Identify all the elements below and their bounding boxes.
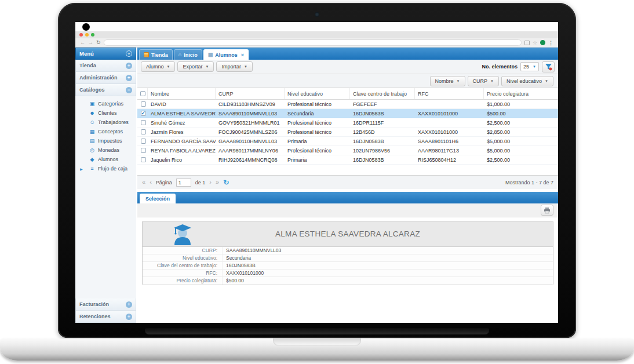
tab-inicio[interactable]: ⌂ Inicio: [174, 49, 202, 60]
table-row[interactable]: REYNA FABIOLA ALVAREZ ...AAAR980117MMNLN…: [137, 146, 558, 155]
column-header-curp[interactable]: CURP: [216, 88, 285, 99]
sidebar-spacer: [75, 176, 136, 299]
checkbox-icon: [141, 129, 146, 134]
cell-nombre: REYNA FABIOLA ALVAREZ ...: [148, 148, 216, 154]
collapse-sidebar-icon[interactable]: ‹‹: [126, 50, 132, 57]
refresh-icon[interactable]: ↻: [96, 40, 101, 45]
sidebar-item-monedas[interactable]: ◎ Monedas: [75, 145, 136, 155]
column-header-rfc[interactable]: RFC: [415, 88, 484, 99]
expand-icon[interactable]: −: [126, 87, 132, 93]
sidebar-item-impuestos[interactable]: ▤ Impuestos: [75, 136, 136, 145]
detail-fields: CURP: SAAA890110MMNVLL03 Nivel educativo…: [143, 247, 553, 285]
cell-rfc: AAAR980117G13: [415, 148, 484, 154]
last-page-icon[interactable]: »: [216, 179, 219, 185]
sidebar-item-clientes[interactable]: ☻ Clientes: [75, 108, 136, 118]
column-header-nivel-educativo[interactable]: Nivel educativo: [285, 88, 350, 99]
expand-arrow-icon[interactable]: ▶: [80, 167, 83, 171]
detail-field: Precio colegiatura: $500.00: [143, 277, 553, 285]
main-area: Tienda ⌂ Inicio ▤ Alumnos × Alumno ▼ Exp…: [137, 48, 558, 323]
column-header-nombre[interactable]: Nombre: [148, 88, 216, 99]
site-logo-dot: [82, 23, 90, 31]
sidebar-section-retenciones[interactable]: Retenciones +: [75, 311, 136, 323]
sidebar-item-flujo-de-caja[interactable]: ▶ ≡ Flujo de caja: [75, 164, 136, 173]
checkbox-icon: [140, 91, 145, 96]
sidebar-section-tienda[interactable]: Tienda +: [75, 60, 136, 72]
expand-icon[interactable]: +: [126, 63, 132, 69]
sidebar-item-conceptos[interactable]: ▦ Conceptos: [75, 127, 136, 136]
menu-dots-icon[interactable]: ⋮: [548, 40, 553, 46]
table-row[interactable]: Jazmín FloresFOCJ900425MMNLSZ06Profesion…: [137, 128, 558, 137]
tab-seleccion[interactable]: Selección: [140, 194, 176, 203]
expand-icon[interactable]: +: [126, 301, 132, 308]
cell-precio: $5,000.00: [484, 148, 558, 154]
selection-toolbar: [137, 203, 558, 217]
table-row[interactable]: FERNANDO GARCÍA SAAV...GAAA890110HMNVLL0…: [137, 137, 558, 146]
sidebar-section-catalogos[interactable]: Catálogos −: [75, 84, 136, 96]
cell-clave: 102UN7986V56: [350, 148, 415, 154]
sidebar-header[interactable]: Menú ‹‹: [75, 48, 136, 60]
checkbox-icon: [141, 101, 146, 107]
filter-curp-button[interactable]: CURP ▼: [468, 76, 499, 86]
sidebar-title: Menú: [79, 50, 94, 57]
column-header-precio-colegiatura[interactable]: Precio colegiatura: [484, 88, 558, 99]
prev-page-icon[interactable]: ‹: [150, 179, 152, 185]
sidebar-section-administracion[interactable]: Administración +: [75, 72, 136, 84]
row-checkbox[interactable]: [137, 120, 148, 125]
first-page-icon[interactable]: «: [142, 179, 145, 185]
table-row[interactable]: Sinuhé GómezGOVY950321HMNMLR01Profesiona…: [137, 118, 558, 128]
tab-tienda[interactable]: Tienda: [139, 49, 173, 60]
student-avatar-icon: [170, 223, 195, 246]
chevron-down-icon: ▼: [205, 65, 209, 68]
workers-icon: ☺: [89, 119, 95, 125]
url-input[interactable]: [104, 39, 522, 46]
sidebar-item-alumnos[interactable]: ◆ Alumnos: [75, 155, 136, 164]
row-checkbox[interactable]: [137, 101, 148, 107]
cell-precio: $2,850.00: [484, 129, 558, 135]
alumno-button[interactable]: Alumno ▼: [141, 61, 175, 72]
next-page-icon[interactable]: ›: [209, 179, 212, 185]
filter-nombre-button[interactable]: Nombre ▼: [430, 76, 465, 86]
table-row[interactable]: ALMA ESTHELA SAAVEDRA ...SAAA890110MMNVL…: [137, 109, 558, 118]
row-checkbox[interactable]: [137, 111, 148, 116]
expand-icon[interactable]: +: [126, 314, 132, 320]
row-checkbox[interactable]: [137, 129, 148, 134]
cashflow-icon: ≡: [89, 166, 95, 172]
exportar-button[interactable]: Exportar ▼: [177, 61, 214, 72]
forward-icon[interactable]: →: [88, 40, 93, 45]
filter-nivel-educativo-button[interactable]: Nivel educativo ▼: [501, 76, 553, 86]
table-row[interactable]: Jaquelin RicoRIHJ920614MMNCRQ08Primaria1…: [137, 155, 558, 165]
row-checkbox[interactable]: [137, 157, 148, 162]
close-window-icon[interactable]: [79, 33, 83, 37]
laptop-hinge: [145, 328, 489, 334]
chevron-down-icon: ▼: [244, 65, 247, 68]
close-tab-icon[interactable]: ×: [241, 52, 244, 58]
back-icon[interactable]: ←: [80, 40, 85, 45]
star-icon[interactable]: ☆: [533, 40, 537, 46]
checkbox-icon: [141, 148, 146, 153]
page-number-input[interactable]: [176, 179, 191, 187]
expand-icon[interactable]: +: [126, 75, 132, 81]
cell-nombre: ALMA ESTHELA SAAVEDRA ...: [148, 111, 216, 117]
filter-button[interactable]: [542, 61, 555, 72]
importar-button[interactable]: Importar ▼: [216, 61, 252, 72]
elements-count-select[interactable]: 25 ▼: [520, 62, 539, 71]
tab-alumnos[interactable]: ▤ Alumnos ×: [203, 49, 249, 60]
row-checkbox[interactable]: [137, 139, 148, 144]
row-checkbox[interactable]: [137, 148, 148, 153]
clients-icon: ☻: [89, 110, 95, 116]
home-icon: ⌂: [178, 52, 181, 57]
column-header-clave-centro-de-trabajo[interactable]: Clave centro de trabajo: [350, 88, 415, 99]
select-all-checkbox[interactable]: [137, 88, 148, 99]
cell-nivel: Primaria: [285, 139, 350, 144]
print-button[interactable]: [541, 205, 553, 216]
profile-avatar[interactable]: [540, 40, 545, 45]
maximize-window-icon[interactable]: [91, 33, 94, 37]
sidebar-item-categorias[interactable]: ▣ Categorías: [75, 99, 136, 108]
sidebar-section-facturacion[interactable]: Facturación +: [75, 299, 136, 311]
laptop-screen: ← → ↻ ☆ ⋮ Menú ‹‹ Tienda + Administració…: [75, 22, 558, 323]
minimize-window-icon[interactable]: [85, 33, 89, 37]
sidebar-item-trabajadores[interactable]: ☺ Trabajadores: [75, 118, 136, 127]
refresh-grid-icon[interactable]: ↻: [223, 179, 229, 186]
table-row[interactable]: DAVIDCILD931103HMNSZV09Profesional técni…: [137, 100, 558, 109]
browser-action-icon[interactable]: [524, 41, 530, 45]
